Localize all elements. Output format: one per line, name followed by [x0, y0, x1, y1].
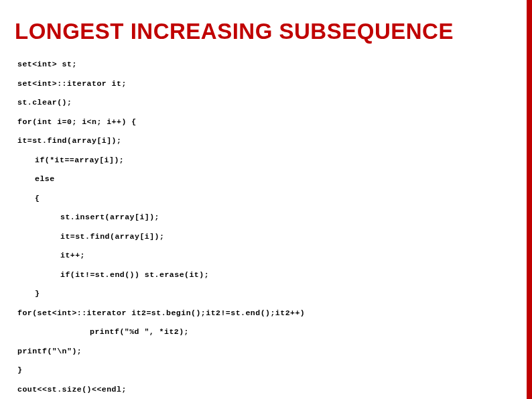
- slide-title: LONGEST INCREASING SUBSEQUENCE: [15, 19, 454, 44]
- code-line: cout<<st.size()<<endl;: [17, 386, 512, 394]
- code-line: for(int i=0; i<n; i++) {: [17, 118, 512, 126]
- code-line: set<int> st;: [17, 60, 512, 68]
- code-line: set<int>::iterator it;: [17, 80, 512, 88]
- code-line: it++;: [17, 251, 512, 260]
- code-block: set<int> st; set<int>::iterator it; st.c…: [17, 60, 512, 399]
- code-line: st.clear();: [17, 99, 512, 107]
- code-line: printf("\n");: [17, 347, 512, 355]
- code-line: printf("%d ", *it2);: [17, 328, 512, 336]
- code-line: if(it!=st.end()) st.erase(it);: [17, 271, 512, 279]
- code-line: if(*it==array[i]);: [17, 156, 512, 164]
- accent-bar: [527, 0, 532, 399]
- code-line: }: [17, 290, 512, 298]
- code-line: else: [17, 175, 512, 183]
- code-line: it=st.find(array[i]);: [17, 137, 512, 145]
- code-line: st.insert(array[i]);: [17, 213, 512, 221]
- code-line: }: [17, 366, 512, 374]
- code-line: {: [17, 194, 512, 203]
- code-line: for(set<int>::iterator it2=st.begin();it…: [17, 309, 512, 317]
- code-line: it=st.find(array[i]);: [17, 233, 512, 241]
- slide: LONGEST INCREASING SUBSEQUENCE set<int> …: [0, 0, 532, 399]
